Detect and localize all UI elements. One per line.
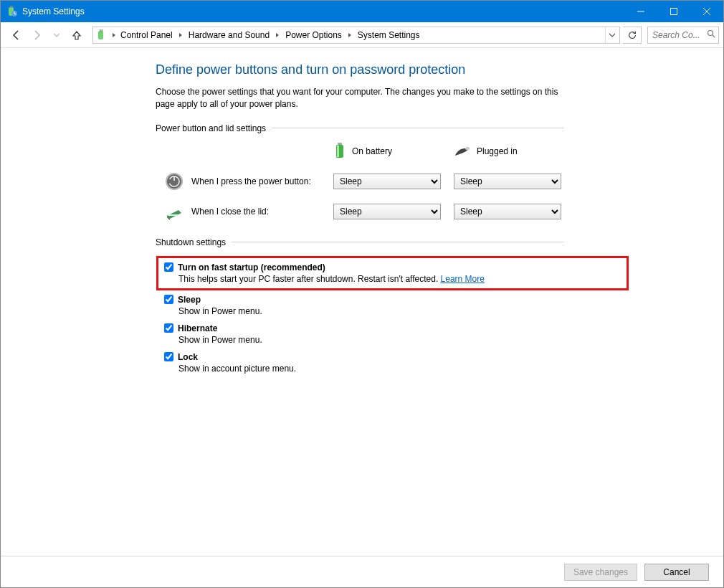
svg-rect-2 (12, 6, 14, 8)
shutdown-item-lock: Lock Show in account picture menu. (164, 352, 564, 374)
search-input[interactable] (651, 29, 701, 41)
breadcrumb-system-settings[interactable]: System Settings (355, 29, 423, 42)
sub-text: This helps start your PC faster after sh… (178, 274, 441, 284)
svg-rect-15 (337, 146, 339, 157)
breadcrumb-control-panel[interactable]: Control Panel (118, 29, 176, 42)
section-power-button-lid: Power button and lid settings (156, 123, 564, 133)
power-button-icon (164, 171, 184, 191)
shutdown-item-sleep: Sleep Show in Power menu. (164, 295, 564, 316)
breadcrumb-hardware-and-sound[interactable]: Hardware and Sound (186, 29, 272, 42)
svg-rect-21 (168, 214, 178, 216)
search-icon (707, 29, 715, 40)
chevron-right-icon[interactable] (274, 33, 281, 37)
window-title: System Settings (22, 6, 85, 16)
shutdown-settings-list: Turn on fast startup (recommended) This … (156, 256, 564, 374)
close-button[interactable] (690, 1, 723, 22)
breadcrumb-power-options[interactable]: Power Options (282, 29, 345, 42)
section-shutdown-settings: Shutdown settings (156, 237, 564, 247)
chevron-right-icon[interactable] (110, 33, 118, 37)
close-lid-plugged-select[interactable]: Sleep (454, 204, 561, 219)
window: System Settings (0, 0, 724, 588)
power-button-lid-grid: On battery Plugged in When I press the p… (156, 142, 564, 222)
refresh-button[interactable] (623, 27, 642, 44)
sleep-checkbox[interactable] (164, 295, 173, 304)
row-close-lid: When I close the lid: (156, 201, 328, 222)
svg-rect-1 (10, 6, 11, 8)
save-changes-button[interactable]: Save changes (564, 564, 637, 581)
column-label: On battery (352, 146, 392, 156)
sub-text: Show in account picture menu. (178, 364, 564, 374)
close-lid-battery-select[interactable]: Sleep (333, 204, 441, 219)
laptop-lid-icon (164, 201, 184, 222)
svg-point-16 (465, 147, 470, 150)
sub-text: Show in Power menu. (178, 335, 564, 345)
checkbox-label: Lock (178, 352, 198, 362)
svg-rect-14 (338, 143, 342, 145)
row-power-button: When I press the power button: (156, 171, 328, 191)
chevron-right-icon[interactable] (177, 33, 184, 37)
footer: Save changes Cancel (1, 556, 723, 587)
section-label: Shutdown settings (156, 237, 226, 247)
app-icon (6, 6, 18, 17)
cancel-button[interactable]: Cancel (644, 564, 709, 581)
shutdown-item-hibernate: Hibernate Show in Power menu. (164, 323, 564, 345)
back-button[interactable] (8, 27, 25, 44)
row-label: When I close the lid: (191, 207, 269, 217)
lock-checkbox[interactable] (164, 352, 173, 361)
svg-point-11 (708, 31, 713, 36)
svg-line-12 (713, 35, 715, 37)
fast-startup-checkbox[interactable] (164, 262, 173, 272)
maximize-button[interactable] (657, 1, 690, 22)
hibernate-checkbox[interactable] (164, 323, 173, 333)
learn-more-link[interactable]: Learn More (441, 274, 485, 284)
power-button-battery-select[interactable]: Sleep (333, 174, 441, 189)
page-heading: Define power buttons and turn on passwor… (156, 62, 564, 77)
titlebar: System Settings (1, 1, 723, 22)
column-label: Plugged in (477, 146, 518, 156)
address-bar[interactable]: Control Panel Hardware and Sound Power O… (92, 27, 620, 44)
search-box[interactable] (647, 27, 719, 44)
content-area: Define power buttons and turn on passwor… (1, 48, 723, 556)
page-description: Choose the power settings that you want … (156, 86, 564, 110)
up-button[interactable] (68, 27, 85, 44)
fast-startup-sub: This helps start your PC faster after sh… (178, 274, 621, 284)
recent-dropdown[interactable] (48, 27, 65, 44)
plug-icon (454, 144, 471, 159)
svg-rect-9 (100, 29, 101, 32)
row-label: When I press the power button: (191, 176, 311, 186)
column-plugged-in: Plugged in (454, 144, 568, 159)
minimize-button[interactable] (624, 1, 657, 22)
address-history-dropdown[interactable] (605, 27, 618, 43)
shutdown-item-fast-startup: Turn on fast startup (recommended) This … (156, 256, 629, 290)
svg-rect-10 (102, 29, 103, 32)
svg-rect-8 (98, 31, 103, 39)
power-options-icon (96, 29, 108, 41)
column-on-battery: On battery (333, 142, 448, 161)
battery-icon (333, 142, 346, 161)
navigation-bar: Control Panel Hardware and Sound Power O… (1, 22, 723, 48)
checkbox-label: Hibernate (178, 323, 217, 333)
sub-text: Show in Power menu. (178, 306, 564, 316)
forward-button[interactable] (28, 27, 45, 44)
chevron-right-icon[interactable] (346, 33, 353, 37)
svg-rect-5 (671, 9, 677, 15)
checkbox-label: Turn on fast startup (recommended) (178, 262, 325, 272)
checkbox-label: Sleep (178, 295, 201, 305)
section-label: Power button and lid settings (156, 123, 266, 133)
power-button-plugged-select[interactable]: Sleep (454, 174, 561, 189)
